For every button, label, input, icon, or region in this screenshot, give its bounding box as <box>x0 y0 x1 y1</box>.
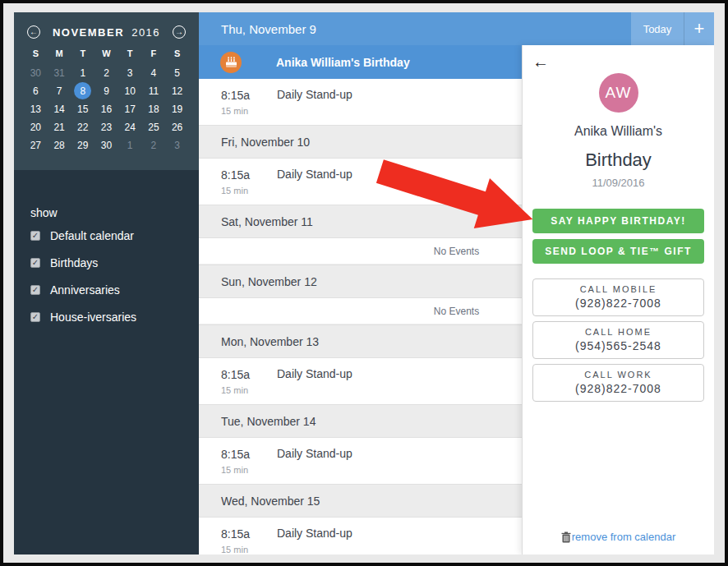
mini-cal-date[interactable]: 8 <box>71 82 94 99</box>
filter-row-birthdays[interactable]: ✓Birthdays <box>30 256 182 269</box>
mini-cal-date[interactable]: 30 <box>94 136 118 154</box>
mini-cal-date-number: 1 <box>74 64 91 81</box>
screenshot-frame: ← NOVEMBER 2016 → SMTWTFS303112345678910… <box>0 0 728 566</box>
prev-month-icon[interactable]: ← <box>27 25 40 39</box>
mini-cal-date-number: 29 <box>74 136 91 154</box>
add-event-button[interactable]: + <box>684 12 714 45</box>
contact-name: Anika William's <box>532 124 704 139</box>
checkbox-icon[interactable]: ✓ <box>30 285 40 295</box>
mini-cal-date-number: 26 <box>168 118 186 136</box>
mini-cal-date-number: 8 <box>74 82 91 99</box>
mini-cal-date[interactable]: 2 <box>94 64 118 81</box>
mini-cal-date[interactable]: 22 <box>71 118 94 136</box>
filter-label: Anniversaries <box>50 283 120 297</box>
mini-cal-date[interactable]: 16 <box>94 100 118 117</box>
mini-cal-day-header: T <box>118 45 142 63</box>
call-work-button[interactable]: CALL WORK(928)822-7008 <box>532 364 704 402</box>
mini-cal-date[interactable]: 10 <box>118 82 142 99</box>
filter-row-house-iversaries[interactable]: ✓House-iversaries <box>30 311 182 324</box>
mini-cal-date-number: 3 <box>168 136 186 154</box>
mini-cal-date-number: 24 <box>122 118 139 136</box>
mini-cal-date[interactable]: 2 <box>142 136 166 154</box>
say-happy-birthday-button[interactable]: SAY HAPPY BIRTHDAY! <box>532 209 704 233</box>
checkbox-icon[interactable]: ✓ <box>30 231 40 241</box>
today-button[interactable]: Today <box>631 12 684 45</box>
mini-calendar-title: NOVEMBER 2016 <box>53 26 160 39</box>
send-loop-tie-giftbutton[interactable]: SEND LOOP & TIE™ GIFT <box>532 239 704 264</box>
mini-cal-day-header: S <box>165 45 189 63</box>
mini-cal-day-header: M <box>48 45 71 63</box>
call-button-label: CALL MOBILE <box>533 284 703 294</box>
mini-cal-date-number: 2 <box>98 64 115 81</box>
event-title: Daily Stand-up <box>277 527 352 554</box>
remove-from-calendar-link[interactable]: remove from calendar <box>532 531 704 545</box>
mini-cal-date[interactable]: 23 <box>94 118 118 136</box>
birthday-cake-icon <box>220 52 242 73</box>
mini-cal-date[interactable]: 25 <box>142 118 166 136</box>
mini-cal-date[interactable]: 31 <box>48 64 71 81</box>
mini-cal-date[interactable]: 14 <box>48 100 71 117</box>
mini-cal-date[interactable]: 1 <box>71 64 94 81</box>
checkbox-icon[interactable]: ✓ <box>30 258 40 268</box>
mini-cal-date[interactable]: 9 <box>94 82 118 99</box>
avatar: AW <box>599 73 638 113</box>
mini-cal-date[interactable]: 13 <box>24 100 48 117</box>
mini-cal-date-number: 27 <box>27 136 44 154</box>
mini-cal-date[interactable]: 17 <box>118 100 142 117</box>
mini-cal-date[interactable]: 6 <box>24 82 48 99</box>
mini-cal-date[interactable]: 29 <box>71 136 94 154</box>
mini-cal-date[interactable]: 4 <box>142 64 166 81</box>
mini-cal-date[interactable]: 21 <box>48 118 71 136</box>
event-time: 8:15a <box>221 448 250 461</box>
mini-cal-day-header: F <box>142 45 166 63</box>
mini-cal-date[interactable]: 7 <box>48 82 71 99</box>
mini-cal-date-number: 23 <box>98 118 115 136</box>
mini-cal-date[interactable]: 11 <box>142 82 166 99</box>
mini-cal-date-number: 22 <box>74 118 91 136</box>
mini-cal-date-number: 19 <box>168 100 186 117</box>
mini-cal-date[interactable]: 27 <box>24 136 48 154</box>
next-month-icon[interactable]: → <box>173 25 186 39</box>
mini-cal-date[interactable]: 18 <box>142 100 166 117</box>
filter-row-default-calendar[interactable]: ✓Default calendar <box>30 229 182 242</box>
filter-label: House-iversaries <box>50 311 136 324</box>
event-duration: 15 min <box>221 545 277 554</box>
event-time-column: 8:15a15 min <box>221 527 277 554</box>
filter-row-anniversaries[interactable]: ✓Anniversaries <box>30 283 182 297</box>
filters-list: ✓Default calendar✓Birthdays✓Anniversarie… <box>30 229 182 324</box>
mini-cal-date-number: 7 <box>51 82 68 99</box>
mini-cal-date[interactable]: 20 <box>24 118 48 136</box>
mini-cal-date-number: 17 <box>122 100 139 117</box>
call-actions: CALL MOBILE(928)822-7008CALL HOME(954)56… <box>532 278 704 402</box>
mini-cal-date[interactable]: 12 <box>165 82 189 99</box>
event-time-column: 8:15a15 min <box>221 168 277 205</box>
mini-cal-date-number: 15 <box>74 100 91 117</box>
mini-cal-day-header: S <box>24 45 48 63</box>
event-duration: 15 min <box>221 385 277 395</box>
event-date: 11/09/2016 <box>532 177 704 189</box>
mini-cal-date[interactable]: 5 <box>165 64 189 81</box>
mini-cal-day-header: W <box>94 45 118 63</box>
mini-cal-date-number: 5 <box>168 64 186 81</box>
mini-cal-date[interactable]: 30 <box>24 64 48 81</box>
mini-cal-date[interactable]: 28 <box>48 136 71 154</box>
call-button-number: (954)565-2548 <box>533 339 703 352</box>
mini-cal-date[interactable]: 15 <box>71 100 94 117</box>
mini-cal-date[interactable]: 1 <box>118 136 142 154</box>
contact-detail-panel: ← AW Anika William's Birthday 11/09/2016… <box>522 45 714 554</box>
mini-cal-date[interactable]: 26 <box>165 118 189 136</box>
agenda-date-title: Thu, November 9 <box>199 22 631 36</box>
mini-cal-date[interactable]: 3 <box>118 64 142 81</box>
checkbox-icon[interactable]: ✓ <box>30 312 40 322</box>
call-button-number: (928)822-7008 <box>533 382 703 395</box>
mini-cal-date[interactable]: 19 <box>165 100 189 117</box>
call-mobile-button[interactable]: CALL MOBILE(928)822-7008 <box>532 278 704 316</box>
mini-cal-date-number: 31 <box>51 64 68 81</box>
mini-calendar: ← NOVEMBER 2016 → SMTWTFS303112345678910… <box>14 12 199 170</box>
agenda-topbar: Thu, November 9 Today + <box>199 12 714 45</box>
mini-cal-date[interactable]: 24 <box>118 118 142 136</box>
call-home-button[interactable]: CALL HOME(954)565-2548 <box>532 321 704 359</box>
back-icon[interactable]: ← <box>532 53 552 70</box>
sidebar: ← NOVEMBER 2016 → SMTWTFS303112345678910… <box>14 12 199 554</box>
mini-cal-date[interactable]: 3 <box>165 136 189 154</box>
